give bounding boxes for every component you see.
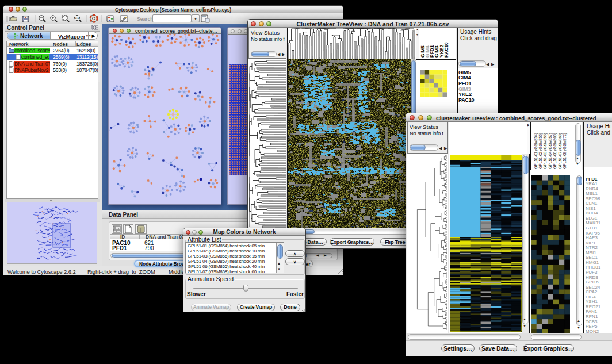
svg-text:1:1: 1:1 — [75, 17, 79, 20]
